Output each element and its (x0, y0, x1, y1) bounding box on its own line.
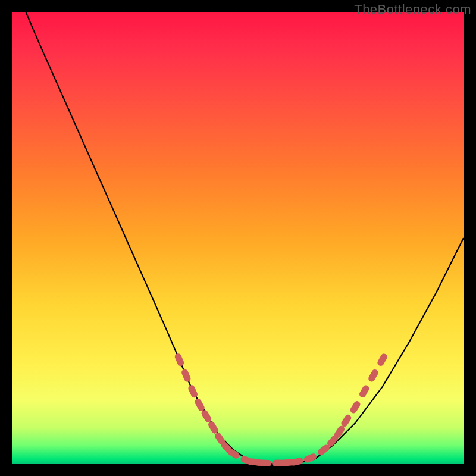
curve-marker (258, 459, 271, 466)
curve-marker (187, 384, 199, 399)
curve-marker (367, 368, 379, 383)
curve-marker (180, 368, 192, 383)
curve-marker (290, 457, 304, 466)
plot-area (12, 12, 464, 464)
curve-marker (358, 384, 370, 399)
bottleneck-curve (26, 12, 464, 464)
chart-frame: TheBottleneck.com (0, 0, 476, 476)
curve-marker (376, 352, 388, 367)
curve-marker (174, 352, 185, 367)
curve-marker (340, 414, 352, 428)
chart-svg (12, 12, 464, 464)
curve-marker (349, 400, 362, 415)
watermark-text: TheBottleneck.com (354, 2, 471, 17)
marker-group (174, 352, 389, 466)
